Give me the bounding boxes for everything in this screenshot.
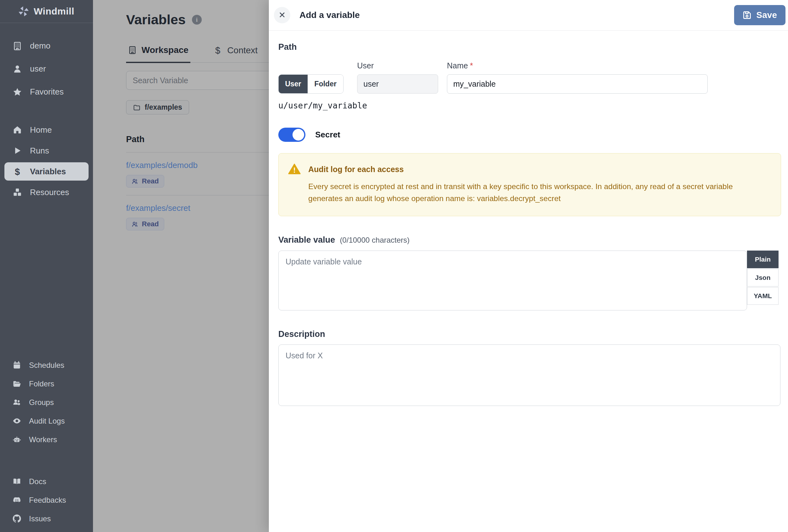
sidebar-item-label: Groups [29,398,54,407]
sidebar-item-favorites[interactable]: Favorites [0,80,93,103]
calendar-icon [13,361,21,369]
segment-user[interactable]: User [279,75,308,93]
sidebar-item-home[interactable]: Home [0,119,93,140]
secret-toggle-label: Secret [315,130,340,140]
format-yaml-button[interactable]: YAML [747,287,779,305]
sidebar-item-audit-logs[interactable]: Audit Logs [0,412,93,430]
sidebar-item-workspace-demo[interactable]: demo [0,34,93,57]
sidebar-item-label: Folders [29,379,54,388]
sidebar-item-label: Home [30,125,52,135]
format-json-button[interactable]: Json [747,269,779,287]
user-field-label: User [357,61,438,70]
user-icon [13,64,22,74]
warning-triangle-icon [288,163,301,176]
full-path-preview: u/user/my_variable [278,101,782,110]
path-form-row: User Folder User Name* [278,61,782,94]
sidebar: Windmill demo user Favorites Home Runs $… [0,0,93,532]
users-gear-icon [13,398,21,407]
warning-title: Audit log for each access [308,165,404,174]
sidebar-item-user[interactable]: user [0,57,93,80]
modal-backdrop[interactable] [93,0,269,532]
character-counter: (0/10000 characters) [340,236,410,244]
sidebar-item-workers[interactable]: Workers [0,430,93,449]
sidebar-item-feedbacks[interactable]: Feedbacks [0,491,93,509]
variable-value-editor: Plain Json YAML [278,251,779,312]
sidebar-item-label: Resources [30,188,69,197]
name-field-label: Name* [447,61,708,70]
dollar-icon: $ [13,167,22,176]
variable-value-heading: Variable value [278,235,335,245]
boxes-icon [13,188,22,197]
variable-value-textarea[interactable] [278,251,747,311]
sidebar-item-resources[interactable]: Resources [0,182,93,203]
required-asterisk: * [470,61,473,70]
star-icon [13,87,22,97]
sidebar-item-label: demo [30,41,51,51]
sidebar-workspace-group: demo user Favorites [0,34,93,103]
sidebar-item-label: Audit Logs [29,417,65,426]
drawer-header: ✕ Add a variable Save [269,0,788,31]
sidebar-item-label: Docs [29,477,46,486]
eye-icon [13,417,21,425]
format-selector: Plain Json YAML [747,251,779,305]
owner-kind-segmented-control: User Folder [278,74,343,94]
audit-warning-banner: Audit log for each access Every secret i… [278,153,781,216]
sidebar-nav-group: Home Runs $ Variables Resources [0,119,93,203]
add-variable-drawer: ✕ Add a variable Save Path User Folder U… [269,0,788,532]
book-open-icon [13,477,21,486]
sidebar-item-label: Workers [29,435,57,444]
user-field[interactable] [357,74,438,94]
sidebar-item-label: Schedules [29,361,64,370]
sidebar-footer-group: Docs Feedbacks Issues [0,472,93,528]
save-label: Save [756,10,777,20]
sidebar-admin-group: Schedules Folders Groups Audit Logs Work… [0,356,93,449]
save-icon [743,11,751,20]
sidebar-item-label: Feedbacks [29,496,66,505]
folder-open-icon [13,379,21,388]
robot-icon [13,435,21,444]
home-icon [13,125,22,135]
windmill-logo-icon [18,5,29,17]
secret-toggle[interactable] [278,127,306,142]
sidebar-item-label: Runs [30,146,49,156]
sidebar-item-folders[interactable]: Folders [0,374,93,393]
secret-row: Secret [278,127,782,142]
drawer-title: Add a variable [299,10,360,20]
sidebar-item-label: Favorites [30,87,64,97]
discord-icon [13,496,21,504]
description-heading: Description [278,329,782,339]
format-plain-button[interactable]: Plain [747,251,779,268]
sidebar-item-groups[interactable]: Groups [0,393,93,412]
sidebar-item-issues[interactable]: Issues [0,509,93,528]
close-icon[interactable]: ✕ [274,7,290,23]
sidebar-item-label: Issues [29,514,51,523]
play-icon [13,146,22,155]
sidebar-item-docs[interactable]: Docs [0,472,93,491]
sidebar-item-label: Variables [30,167,66,177]
description-textarea[interactable] [278,344,781,406]
sidebar-item-schedules[interactable]: Schedules [0,356,93,374]
save-button[interactable]: Save [734,5,786,25]
brand-name: Windmill [34,6,74,17]
building-icon [13,41,22,51]
sidebar-item-variables[interactable]: $ Variables [4,162,88,181]
name-field[interactable] [447,74,708,94]
warning-body: Every secret is encrypted at rest and in… [308,181,768,204]
sidebar-item-label: user [30,64,46,74]
path-section-heading: Path [278,42,782,52]
sidebar-item-runs[interactable]: Runs [0,140,93,161]
github-icon [13,514,21,523]
brand-logo[interactable]: Windmill [0,0,93,23]
toggle-knob [293,129,304,141]
segment-folder[interactable]: Folder [308,75,343,93]
